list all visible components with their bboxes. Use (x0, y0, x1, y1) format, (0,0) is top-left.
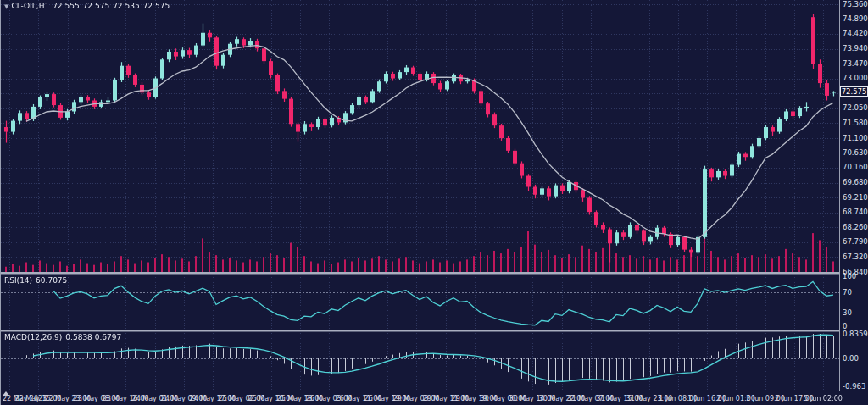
trading-chart-window: ▼CL-OIL,H172.55572.57572.53572.575 RSI(1… (0, 0, 868, 405)
price-tick-label: 67.320 (843, 253, 868, 261)
collapse-arrow-icon[interactable]: ▼ (4, 3, 8, 10)
rsi-scale-label: 100 (843, 273, 856, 280)
panel-separator-rsi[interactable] (1, 272, 840, 275)
time-axis[interactable]: 22 May 202322 May 15:0022 May 23:0023 Ma… (1, 391, 840, 405)
symbol-label: CL-OIL,H1 (11, 2, 49, 10)
price-tick-label: 73.000 (843, 75, 868, 82)
bid-price-label: 72.575 (840, 86, 868, 97)
macd-name: MACD(12,26,9) (4, 333, 62, 341)
price-chart-canvas[interactable] (1, 0, 868, 405)
price-tick-label: 68.260 (843, 224, 868, 231)
rsi-scale-label: 30 (843, 309, 852, 317)
macd-scale-label: 0.00 (843, 355, 859, 363)
panel-separator-macd[interactable] (1, 330, 840, 332)
price-tick-label: 67.790 (843, 238, 868, 246)
rsi-name: RSI(14) (4, 276, 32, 285)
rsi-scale-label: 70 (843, 289, 852, 297)
chart-title: ▼CL-OIL,H172.55572.57572.53572.575 (4, 2, 173, 10)
price-tick-label: 73.940 (843, 45, 868, 53)
macd-scale-label: 0.8359 (843, 330, 868, 338)
macd-scale-label: -0.963 (843, 383, 865, 391)
macd-indicator-label: MACD(12,26,9)0.5838 0.6797 (4, 333, 125, 341)
price-tick-label: 73.470 (843, 60, 868, 68)
time-tick-label: 5 Jun 02:00 (804, 395, 843, 402)
price-tick-label: 68.740 (843, 208, 868, 216)
rsi-indicator-label: RSI(14)60.7075 (4, 276, 70, 285)
rsi-current-value: 60.7075 (36, 276, 67, 285)
price-tick-label: 71.100 (843, 135, 868, 142)
price-tick-label: 72.050 (843, 104, 868, 112)
price-tick-label: 75.360 (843, 1, 868, 8)
price-tick-label: 70.160 (843, 164, 868, 171)
close-value: 72.575 (143, 2, 170, 10)
macd-current-values: 0.5838 0.6797 (65, 333, 121, 341)
price-tick-label: 69.680 (843, 179, 868, 186)
price-tick-label: 74.420 (843, 30, 868, 37)
price-tick-label: 69.210 (843, 194, 868, 202)
price-axis[interactable]: 72.575 75.36074.89074.42073.94073.47073.… (839, 0, 868, 405)
open-value: 72.555 (53, 2, 80, 10)
price-tick-label: 70.630 (843, 149, 868, 157)
scroll-anchor-icon[interactable] (3, 391, 9, 396)
price-tick-label: 74.890 (843, 15, 868, 23)
price-tick-label: 71.580 (843, 119, 868, 127)
high-value: 72.575 (83, 2, 110, 10)
low-value: 72.535 (113, 2, 140, 10)
